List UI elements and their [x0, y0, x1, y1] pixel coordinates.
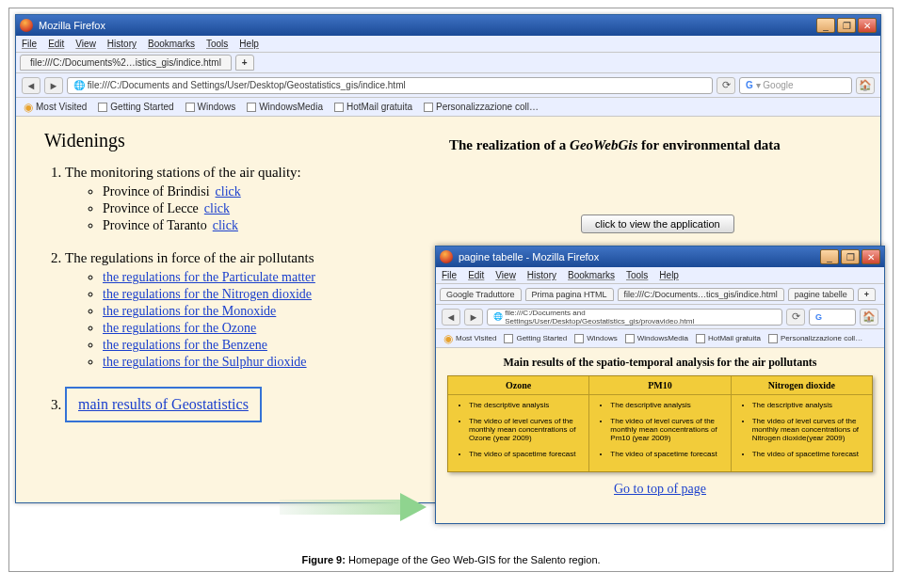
- page-icon: [574, 334, 584, 343]
- search-input[interactable]: G: [809, 309, 856, 326]
- tab-new[interactable]: +: [235, 55, 254, 71]
- menu-file[interactable]: File: [442, 270, 457, 280]
- close-button[interactable]: ✕: [862, 249, 880, 264]
- ozone-link-1[interactable]: The descriptive analysis: [469, 401, 579, 409]
- menu-help[interactable]: Help: [659, 270, 679, 280]
- tab-indice[interactable]: file:///C:/Documents…tics_gis/indice.htm…: [618, 288, 784, 301]
- no2-link-2[interactable]: The video of level curves of the monthly…: [752, 417, 862, 442]
- tab-google-translate[interactable]: Google Traduttore: [440, 288, 522, 301]
- reg-no2[interactable]: the regulations for the Nitrogen dioxide: [103, 287, 312, 301]
- view-application-button[interactable]: click to view the application: [581, 215, 734, 233]
- no2-link-1[interactable]: The descriptive analysis: [752, 401, 862, 409]
- menu-help[interactable]: Help: [239, 39, 259, 49]
- bookmarks-bar: ◉Most Visited Getting Started Windows Wi…: [436, 329, 884, 348]
- minimize-button[interactable]: _: [816, 18, 835, 33]
- col-header: Nitrogen dioxide: [732, 376, 872, 395]
- bm-most-visited[interactable]: ◉Most Visited: [443, 332, 496, 345]
- col-header: PM10: [589, 376, 730, 395]
- reg-so2[interactable]: the regulations for the Sulphur dioxide: [103, 355, 307, 369]
- menubar: File Edit View History Bookmarks Tools H…: [16, 36, 880, 53]
- bm-windowsmedia[interactable]: WindowsMedia: [247, 102, 323, 112]
- col-ozone: Ozone The descriptive analysis The video…: [448, 376, 589, 471]
- reg-o3[interactable]: the regulations for the Ozone: [103, 321, 256, 335]
- tab-new[interactable]: +: [858, 288, 876, 301]
- menu-view[interactable]: View: [75, 39, 96, 49]
- no2-link-3[interactable]: The video of spacetime forecast: [752, 450, 862, 458]
- titlebar: pagine tabelle - Mozilla Firefox _ ❐ ✕: [436, 246, 884, 267]
- menu-view[interactable]: View: [495, 270, 516, 280]
- ozone-link-3[interactable]: The video of spacetime forecast: [469, 450, 579, 458]
- tabbar: file:///C:/Documents%2…istics_gis/indice…: [16, 53, 880, 73]
- pm10-link-1[interactable]: The descriptive analysis: [610, 401, 720, 409]
- province-lecce: Province of Lecceclick: [103, 201, 852, 216]
- page-icon: [768, 334, 778, 343]
- menu-file[interactable]: File: [22, 39, 37, 49]
- pm10-link-3[interactable]: The video of spacetime forecast: [610, 450, 720, 458]
- reload-button[interactable]: ⟳: [786, 309, 805, 326]
- page-icon: [98, 103, 107, 112]
- menu-tools[interactable]: Tools: [206, 39, 228, 49]
- right-title: The realization of a GeoWebGis for envir…: [449, 137, 781, 153]
- url-input[interactable]: 🌐 file:///C:/Documents and Settings/User…: [487, 309, 782, 326]
- bm-personalizzazione[interactable]: Personalizzazione coll…: [424, 102, 539, 112]
- menu-bookmarks[interactable]: Bookmarks: [148, 39, 195, 49]
- click-taranto[interactable]: click: [213, 218, 238, 232]
- reg-benzene[interactable]: the regulations for the Benzene: [103, 338, 267, 352]
- page-icon: [424, 103, 433, 112]
- forward-button[interactable]: ►: [464, 309, 483, 326]
- menubar: File Edit View History Bookmarks Tools H…: [436, 267, 884, 284]
- col-pm10: PM10 The descriptive analysis The video …: [589, 376, 731, 471]
- bm-getting-started[interactable]: Getting Started: [98, 102, 173, 112]
- arrow-graphic: [280, 493, 440, 521]
- back-button[interactable]: ◄: [22, 77, 40, 94]
- menu-edit[interactable]: Edit: [48, 39, 64, 49]
- url-input[interactable]: 🌐 file:///C:/Documents and Settings/User…: [67, 77, 713, 94]
- home-button[interactable]: 🏠: [856, 77, 875, 94]
- bm-windows[interactable]: Windows: [574, 334, 617, 343]
- bm-windows[interactable]: Windows: [185, 102, 236, 112]
- bm-windowsmedia[interactable]: WindowsMedia: [625, 334, 688, 343]
- click-lecce[interactable]: click: [204, 201, 230, 215]
- page2-heading: Main results of the spatio-temporal anal…: [447, 356, 873, 370]
- window-title: pagine tabelle - Mozilla Firefox: [459, 251, 599, 262]
- menu-history[interactable]: History: [107, 39, 137, 49]
- search-input[interactable]: G ▾ Google: [739, 77, 852, 94]
- minimize-button[interactable]: _: [820, 249, 839, 264]
- home-button[interactable]: 🏠: [860, 309, 878, 326]
- tab-prima-pagina[interactable]: Prima pagina HTML: [525, 288, 614, 301]
- tab-pagine-tabelle[interactable]: pagine tabelle: [788, 288, 854, 301]
- menu-tools[interactable]: Tools: [626, 270, 648, 280]
- click-brindisi[interactable]: click: [216, 184, 241, 199]
- tab-active[interactable]: file:///C:/Documents%2…istics_gis/indice…: [20, 55, 232, 71]
- bm-personalizzazione[interactable]: Personalizzazione coll…: [768, 334, 862, 343]
- close-button[interactable]: ✕: [858, 18, 877, 33]
- menu-edit[interactable]: Edit: [468, 270, 484, 280]
- urlbar: ◄ ► 🌐 file:///C:/Documents and Settings/…: [436, 305, 884, 329]
- page-icon: [696, 334, 705, 343]
- pm10-link-2[interactable]: The video of level curves of the monthly…: [610, 417, 720, 442]
- ozone-link-2[interactable]: The video of level curves of the monthly…: [469, 417, 579, 442]
- page-icon: [334, 103, 344, 112]
- page2-content: Main results of the spatio-temporal anal…: [436, 348, 884, 523]
- main-results-link[interactable]: main results of Geostatistics: [78, 396, 249, 412]
- back-button[interactable]: ◄: [442, 309, 460, 326]
- maximize-button[interactable]: ❐: [841, 249, 860, 264]
- bm-most-visited[interactable]: ◉Most Visited: [24, 101, 87, 114]
- tabbar: Google Traduttore Prima pagina HTML file…: [436, 284, 884, 305]
- maximize-button[interactable]: ❐: [837, 18, 856, 33]
- reg-co[interactable]: the regulations for the Monoxide: [103, 304, 276, 318]
- bm-hotmail[interactable]: HotMail gratuita: [696, 334, 761, 343]
- main-results-box: main results of Geostatistics: [65, 387, 262, 422]
- province-brindisi: Province of Brindisiclick: [103, 184, 852, 199]
- menu-bookmarks[interactable]: Bookmarks: [568, 270, 615, 280]
- menu-history[interactable]: History: [527, 270, 556, 280]
- go-to-top-link[interactable]: Go to top of page: [614, 482, 706, 496]
- bm-hotmail[interactable]: HotMail gratuita: [334, 102, 412, 112]
- reg-pm[interactable]: the regulations for the Particulate matt…: [103, 270, 315, 284]
- results-table: Ozone The descriptive analysis The video…: [447, 375, 873, 472]
- forward-button[interactable]: ►: [44, 77, 63, 94]
- bm-getting-started[interactable]: Getting Started: [504, 334, 567, 343]
- figure-caption: Figure 9: Homepage of the Geo Web-GIS fo…: [9, 554, 893, 565]
- reload-button[interactable]: ⟳: [717, 77, 735, 94]
- popup-firefox-window: pagine tabelle - Mozilla Firefox _ ❐ ✕ F…: [435, 246, 885, 524]
